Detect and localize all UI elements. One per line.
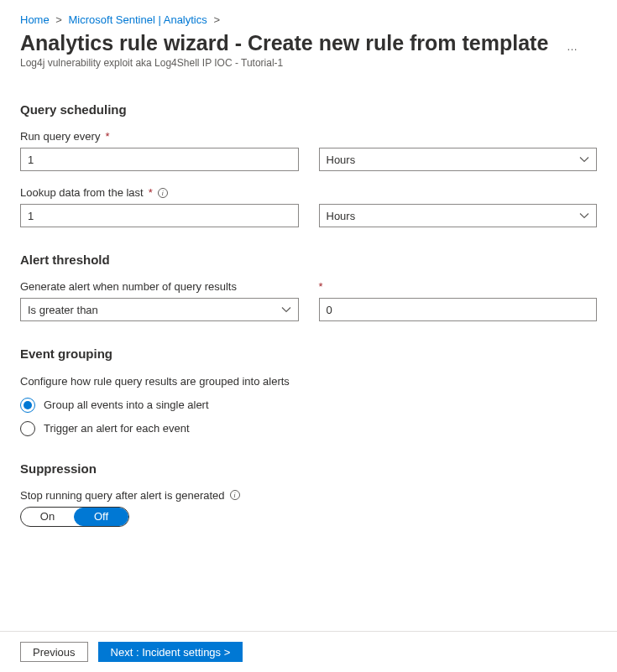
info-icon[interactable]: i <box>230 490 240 500</box>
breadcrumb-sentinel[interactable]: Microsoft Sentinel | Analytics <box>69 13 207 26</box>
suppression-toggle[interactable]: On Off <box>20 507 129 527</box>
breadcrumb-separator: > <box>213 13 220 26</box>
run-query-every-label: Run query every * <box>20 130 597 143</box>
required-icon: * <box>149 186 153 199</box>
select-value: Hours <box>327 154 356 166</box>
chevron-down-icon <box>281 305 291 315</box>
section-query-scheduling: Query scheduling <box>20 102 597 117</box>
form-content: Query scheduling Run query every * Hours… <box>0 77 617 527</box>
threshold-required-label: * <box>319 280 598 293</box>
section-suppression: Suppression <box>20 461 597 476</box>
wizard-footer: Previous Next : Incident settings > <box>0 631 617 672</box>
breadcrumb-separator: > <box>55 13 62 26</box>
suppression-label: Stop running query after alert is genera… <box>20 489 597 502</box>
radio-button-icon <box>20 398 35 413</box>
section-alert-threshold: Alert threshold <box>20 253 597 267</box>
next-button[interactable]: Next : Incident settings > <box>98 642 243 662</box>
chevron-down-icon <box>579 211 589 221</box>
lookup-data-label: Lookup data from the last * i <box>20 186 597 199</box>
info-icon[interactable]: i <box>158 188 168 198</box>
generate-alert-label: Generate alert when number of query resu… <box>20 280 299 293</box>
previous-button[interactable]: Previous <box>20 642 88 662</box>
select-value: Hours <box>327 210 356 222</box>
required-icon: * <box>105 130 109 143</box>
radio-button-icon <box>20 421 35 436</box>
threshold-operator-select[interactable]: Is greater than <box>20 298 299 321</box>
radio-trigger-each-event[interactable]: Trigger an alert for each event <box>20 421 597 436</box>
run-query-every-unit-select[interactable]: Hours <box>319 148 598 171</box>
threshold-value-input[interactable] <box>319 298 598 321</box>
chevron-down-icon <box>579 154 589 164</box>
toggle-on-label: On <box>21 508 74 526</box>
page-title: Analytics rule wizard - Create new rule … <box>20 31 548 55</box>
section-event-grouping: Event grouping <box>20 346 597 361</box>
toggle-off-label: Off <box>74 508 128 526</box>
more-menu-button[interactable]: … <box>567 40 578 53</box>
lookup-unit-select[interactable]: Hours <box>319 204 598 227</box>
event-grouping-help: Configure how rule query results are gro… <box>20 374 297 389</box>
event-grouping-radio-group: Group all events into a single alert Tri… <box>20 398 597 436</box>
breadcrumb: Home > Microsoft Sentinel | Analytics > <box>0 0 617 31</box>
lookup-value-input[interactable] <box>20 204 299 227</box>
select-value: Is greater than <box>28 304 98 316</box>
breadcrumb-home[interactable]: Home <box>20 13 50 26</box>
run-query-every-value-input[interactable] <box>20 148 299 171</box>
radio-label: Group all events into a single alert <box>44 399 209 411</box>
required-icon: * <box>319 280 323 293</box>
page-subtitle: Log4j vulnerability exploit aka Log4Shel… <box>20 57 597 69</box>
page-header: Analytics rule wizard - Create new rule … <box>0 31 617 77</box>
radio-label: Trigger an alert for each event <box>44 422 190 435</box>
radio-group-all-events[interactable]: Group all events into a single alert <box>20 398 597 413</box>
